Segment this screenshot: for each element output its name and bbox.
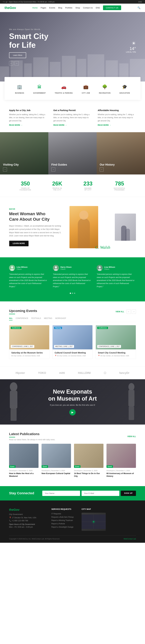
footer-service-item-2[interactable]: Request a Bulk Item Pickup: [51, 516, 76, 518]
contact-cta-button[interactable]: CONTACT US: [103, 6, 121, 10]
publications-view-all-link[interactable]: VIEW ALL: [127, 436, 136, 438]
stat-people: 26K PEOPLE INTHE CITY: [52, 180, 62, 191]
museum-play-button[interactable]: ▶: [69, 409, 76, 416]
stat-foundation: 350 YEARS OFFOUNDATION: [20, 180, 31, 191]
sponsor-unknown[interactable]: ⬡: [104, 371, 106, 374]
category-education[interactable]: 🎓 EDUCATION: [117, 82, 132, 96]
footer-logo[interactable]: theGov: [9, 508, 45, 512]
nav-blog[interactable]: Blog: [58, 7, 62, 9]
gallery-find-guides-arrow[interactable]: →: [51, 168, 55, 172]
nav-contact[interactable]: Contact Us: [83, 7, 93, 9]
category-government-label: GOVERNMENT: [33, 92, 46, 94]
nav-pages[interactable]: Pages: [41, 7, 46, 9]
category-government[interactable]: 🏛 GOVERNMENT: [31, 82, 48, 96]
stat-programs-num: 785: [114, 180, 125, 187]
footer-map-widget[interactable]: [82, 513, 106, 531]
gallery-visiting-city-arrow[interactable]: →: [3, 168, 7, 172]
footer-service-title: SERVICE REQUESTS: [51, 508, 76, 510]
search-icon[interactable]: 🔍: [138, 6, 140, 9]
sponsor-yoko[interactable]: YOKO: [38, 372, 46, 374]
events-tab-all[interactable]: ALL: [9, 317, 12, 320]
gallery-find-guides-title: Find Guides: [51, 163, 67, 166]
pub-card-1[interactable]: Event Developers | November 3, 2020 How …: [9, 444, 38, 478]
sponsor-hipster[interactable]: Hipster: [16, 372, 25, 374]
events-tab-festivals[interactable]: FESTIVALS: [31, 317, 41, 320]
event-card-1[interactable]: Conference CONFERENCE | JUNE 1, 2017 Sat…: [9, 325, 50, 359]
newsletter-email-input[interactable]: [82, 491, 119, 496]
gallery-our-history[interactable]: Our History →: [97, 132, 145, 174]
service-housing-link[interactable]: READ MORE →: [98, 124, 136, 126]
footer-service-item-5[interactable]: Report a Streetlight Outage: [51, 526, 76, 528]
testimonial-dot-3[interactable]: [74, 293, 75, 294]
nav-lang[interactable]: ENG: [96, 7, 100, 9]
testimonial-dot-2[interactable]: [72, 293, 73, 294]
testimonial-2: Harry Olsen Citizen "Interested persons …: [53, 265, 92, 288]
hero-next-arrow[interactable]: →: [14, 61, 19, 65]
testimonial-3-role: Citizen: [104, 268, 115, 270]
about-learn-more-button[interactable]: LEARN MORE: [9, 240, 28, 246]
sponsor-mitti[interactable]: mitti: [59, 372, 65, 374]
svg-point-18: [99, 266, 101, 268]
footer-bottom: Copyright © 2018 theCov, Inc. WebContact…: [9, 535, 136, 540]
education-icon: 🎓: [121, 83, 128, 90]
events-tab-conference[interactable]: CONFERENCE: [16, 317, 28, 320]
gallery-visiting-city-title: Visiting City: [3, 163, 19, 166]
events-tab-meeting[interactable]: MEETING: [44, 317, 52, 320]
nav-home[interactable]: Home: [32, 7, 38, 9]
svg-point-20: [10, 382, 17, 391]
language-selector[interactable]: ENG: [138, 1, 142, 3]
sponsor-halldini[interactable]: HALLDINI: [78, 372, 90, 374]
event-card-2-date: MEETING | JUNE 1, 2017: [54, 345, 74, 348]
event-card-3-date: CONFERENCE | JUNE 1, 2017: [97, 345, 121, 348]
footer-service-item-3[interactable]: Report a Missing Trashcan: [51, 519, 76, 522]
footer-address: 📍 17 Decatur St, New York, USA: [9, 516, 45, 519]
logo[interactable]: theGov: [4, 6, 16, 10]
event-card-1-location: At City Center, 21 General Street, USA: [11, 355, 47, 357]
pub-card-3[interactable]: Event Developers | November 3, 2020 14 B…: [74, 444, 104, 478]
hero-prev-arrow[interactable]: ←: [9, 61, 13, 65]
footer-service-item-4[interactable]: Report a Pothole: [51, 523, 76, 525]
header: theGov Home Pages Events Blog Portfolio …: [0, 4, 145, 12]
gallery-visiting-city[interactable]: Visiting City →: [0, 132, 48, 174]
museum-title: New Exponatson Museum of Art: [48, 388, 97, 402]
nav-portfolio[interactable]: Portfolio: [65, 7, 72, 9]
google-icon[interactable]: g+: [6, 1, 8, 3]
events-view-all-link[interactable]: VIEW ALL: [116, 310, 124, 313]
event-card-2[interactable]: Hearing MEETING | JUNE 1, 2017 Cultural …: [52, 325, 93, 359]
gallery-our-history-arrow[interactable]: →: [100, 168, 104, 172]
category-business[interactable]: 🏢 BUSINESS: [13, 82, 26, 96]
nav-shop[interactable]: Shop: [75, 7, 80, 9]
newsletter-name-input[interactable]: [42, 491, 80, 496]
service-parking-link[interactable]: READ MORE →: [53, 124, 92, 126]
twitter-icon[interactable]: t: [4, 1, 5, 3]
footer-credit-link[interactable]: WebContact Lab: [124, 538, 136, 540]
footer-service-item-1[interactable]: IT Requests: [51, 513, 76, 515]
about-signature: C. Walsh: [95, 245, 110, 250]
facebook-icon[interactable]: f: [3, 1, 4, 3]
pub-card-2[interactable]: Event Developers | November 3, 2020 New …: [42, 444, 71, 478]
service-city-job: Apply for a City Job Whether you're walk…: [9, 109, 47, 126]
events-next-button[interactable]: →: [132, 310, 136, 314]
gallery-find-guides[interactable]: Find Guides →: [48, 132, 97, 174]
sponsor-fancydr[interactable]: fancyDr: [119, 372, 130, 374]
pub-card-4[interactable]: Event Developers | November 3, 2020 60 A…: [106, 444, 136, 478]
events-tab-workshop[interactable]: WORKSHOP: [55, 317, 66, 320]
event-card-3[interactable]: Conference CONFERENCE | JUNE 1, 2017 Sma…: [96, 325, 136, 359]
about-text-body: Mayor Christina J. Walsh, an accomplishe…: [9, 224, 64, 238]
testimonial-dot-1[interactable]: [70, 293, 71, 294]
category-traffic[interactable]: 🚗 TRAFFIC & PARKING: [52, 82, 75, 96]
stat-square: 233 SQUAREOF CITY: [84, 180, 92, 191]
newsletter-signup-button[interactable]: SIGN UP: [121, 491, 136, 496]
publications-header: Latest Publications Read our latest News…: [9, 432, 136, 441]
category-recreation[interactable]: 🌳 RECREATION: [97, 82, 113, 96]
hero-title: Smart Cityfor Life: [9, 32, 48, 49]
service-parking-title: Get a Parking Permit: [53, 109, 92, 112]
service-housing-text: Whether you're walking, taking the 7, ri…: [98, 113, 136, 122]
testimonial-2-text: "Interested persons wishing to express t…: [53, 273, 92, 288]
service-city-job-link[interactable]: READ MORE →: [9, 124, 47, 126]
events-prev-button[interactable]: ←: [126, 310, 131, 314]
hero-cta-button[interactable]: Learn More: [9, 52, 26, 58]
nav-events[interactable]: Events: [49, 7, 55, 9]
hero-subtitle: We are Always Open for World.: [9, 28, 48, 30]
category-cityjob[interactable]: 💼 CITY JOB: [80, 82, 92, 96]
